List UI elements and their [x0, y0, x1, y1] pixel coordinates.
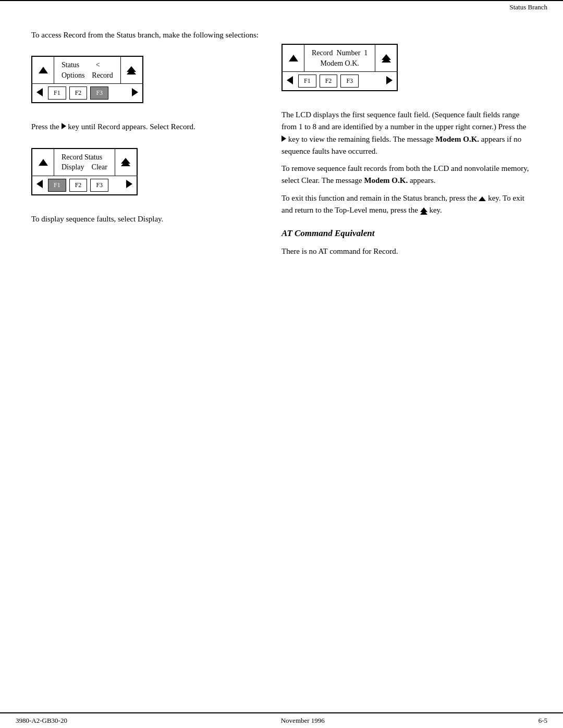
home-icon-3	[382, 54, 391, 63]
right-arrow-inline-icon	[62, 123, 66, 129]
lcd-line2-1: Options Record	[62, 70, 113, 81]
at-command-text: There is no AT command for Record.	[282, 245, 532, 257]
page-header: Status Branch	[0, 0, 563, 14]
lcd-f2-btn-1[interactable]: F2	[69, 87, 88, 100]
para1-cont: key to view the remaining fields. The me…	[282, 135, 521, 155]
home-tri2-icon	[127, 69, 136, 75]
lcd-display-1: Status < Options Record	[54, 57, 120, 83]
tri-right-icon	[132, 88, 138, 96]
panel2-wrapper: Record Status Display Clear F1	[31, 140, 261, 204]
lcd-top-row-3: Record Number 1 Modem O.K.	[283, 45, 397, 72]
tri-left-icon	[36, 88, 43, 96]
home-icon-2	[121, 158, 130, 166]
lcd-panel-2: Record Status Display Clear F1	[31, 148, 138, 195]
double-up-arrow-inline-icon	[420, 207, 427, 215]
dbl-up-tri2-icon	[420, 210, 427, 215]
right-column: Record Number 1 Modem O.K. F1	[282, 29, 532, 263]
lcd-back-btn-2[interactable]	[36, 180, 43, 190]
lcd-f3-btn-2[interactable]: F3	[90, 179, 108, 192]
lcd-bottom-row-3: F1 F2 F3	[283, 72, 397, 90]
lcd-bottom-row-1: F1 F2 F3	[32, 84, 142, 102]
lcd-top-row-2: Record Status Display Clear	[32, 149, 137, 176]
modem-ok-bold-2: Modem O.K.	[364, 176, 408, 184]
lcd-fwd-btn-2[interactable]	[126, 180, 132, 190]
tri-right-icon-3	[386, 76, 393, 84]
up-arrow-inline-icon-1	[479, 196, 486, 201]
para1: The LCD displays the first sequence faul…	[282, 109, 532, 157]
lcd-bottom-row-2: F1 F2 F3	[32, 176, 137, 194]
lcd-line1-3: Record Number 1	[312, 48, 368, 58]
footer-left: 3980-A2-GB30-20	[16, 717, 67, 725]
triangle-up-icon-3	[289, 55, 298, 61]
lcd-f1-btn-2[interactable]: F1	[48, 179, 66, 192]
lcd-line1-2: Record Status	[62, 152, 107, 163]
para3: To exit this function and remain in the …	[282, 192, 532, 217]
lcd-fwd-btn-1[interactable]	[132, 88, 138, 98]
lcd-fwd-btn-3[interactable]	[386, 76, 393, 87]
lcd-back-btn-1[interactable]	[36, 88, 43, 98]
panel3-wrapper: Record Number 1 Modem O.K. F1	[282, 35, 532, 100]
lcd-up-btn-1[interactable]	[32, 57, 54, 83]
lcd-line1-1: Status <	[62, 60, 113, 70]
press-text: Press the	[31, 122, 62, 131]
para3-end: key.	[429, 206, 442, 214]
lcd-up-btn-2[interactable]	[32, 149, 54, 176]
lcd-f1-btn-3[interactable]: F1	[298, 75, 316, 88]
lcd-panel-3: Record Number 1 Modem O.K. F1	[282, 44, 398, 91]
lcd-display-3: Record Number 1 Modem O.K.	[304, 45, 375, 71]
lcd-f2-btn-2[interactable]: F2	[69, 179, 88, 192]
home-tri2-icon-3	[382, 57, 391, 63]
left-column: To access Record from the Status branch,…	[31, 29, 261, 263]
panel1-wrapper: Status < Options Record F	[31, 47, 261, 112]
lcd-top-row-1: Status < Options Record	[32, 57, 142, 84]
lcd-f3-btn-1[interactable]: F3	[90, 87, 108, 100]
at-command-title: AT Command Equivalent	[282, 227, 532, 240]
tri-left-icon-2	[36, 180, 43, 188]
home-tri2-icon-2	[121, 161, 130, 166]
lcd-f2-btn-3[interactable]: F2	[320, 75, 338, 88]
tri-right-icon-2	[126, 180, 132, 188]
lcd-home-btn-1[interactable]	[120, 57, 142, 83]
lcd-home-btn-3[interactable]	[375, 45, 397, 71]
triangle-up-icon-2	[39, 159, 48, 166]
para2-text: To remove sequence fault records from bo…	[282, 164, 529, 184]
header-title: Status Branch	[509, 3, 547, 11]
home-icon	[127, 66, 136, 75]
display-text: To display sequence faults, select Displ…	[31, 213, 261, 225]
lcd-home-btn-2[interactable]	[115, 149, 137, 176]
footer-center: November 1996	[281, 717, 325, 725]
intro-text: To access Record from the Status branch,…	[31, 29, 261, 41]
press-text2: key until Record appears. Select Record.	[68, 122, 195, 131]
modem-ok-bold-1: Modem O.K.	[435, 135, 479, 143]
main-content: To access Record from the Status branch,…	[0, 14, 563, 294]
triangle-up-icon	[39, 67, 48, 73]
lcd-panel-1: Status < Options Record F	[31, 56, 143, 103]
lcd-back-btn-3[interactable]	[287, 76, 293, 87]
press-key-text: Press the key until Record appears. Sele…	[31, 121, 261, 133]
lcd-f3-btn-3[interactable]: F3	[340, 75, 359, 88]
lcd-line2-2: Display Clear	[62, 162, 107, 172]
lcd-up-btn-3[interactable]	[283, 45, 304, 71]
lcd-f1-btn-1[interactable]: F1	[48, 87, 66, 100]
lcd-display-2: Record Status Display Clear	[54, 149, 115, 176]
lcd-line2-3: Modem O.K.	[312, 58, 368, 69]
page-footer: 3980-A2-GB30-20 November 1996 6-5	[0, 712, 563, 728]
para2: To remove sequence fault records from bo…	[282, 163, 532, 187]
tri-left-icon-3	[287, 76, 293, 84]
right-arrow-inline-icon-2	[282, 135, 286, 142]
para1-text: The LCD displays the first sequence faul…	[282, 110, 526, 131]
footer-right: 6-5	[538, 717, 547, 725]
para3-text: To exit this function and remain in the …	[282, 194, 479, 202]
